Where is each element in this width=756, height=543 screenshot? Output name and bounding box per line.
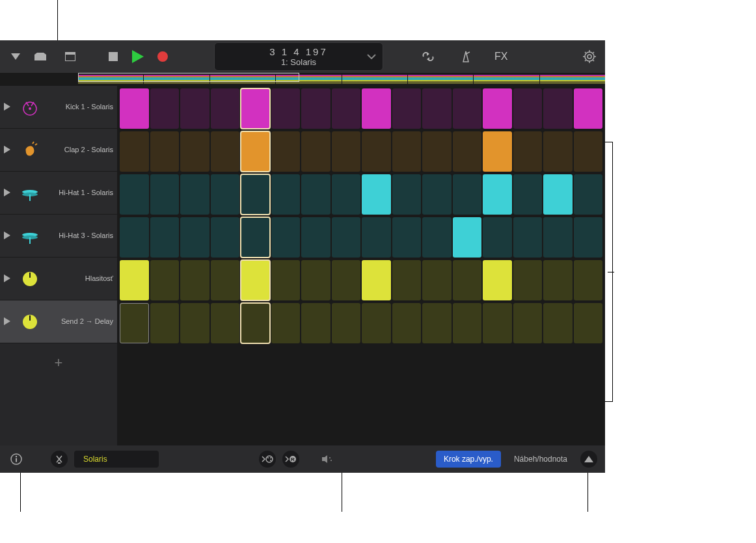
step-cell[interactable] xyxy=(453,88,482,129)
step-cell[interactable] xyxy=(301,88,331,129)
step-cell[interactable] xyxy=(180,174,209,215)
step-cell[interactable] xyxy=(211,131,240,172)
automation-button[interactable] xyxy=(51,451,68,468)
step-cell[interactable] xyxy=(241,174,270,215)
pattern-name-field[interactable]: Solaris xyxy=(74,451,159,468)
step-cell[interactable] xyxy=(453,260,482,300)
chevron-down-icon[interactable] xyxy=(367,52,376,61)
step-cell[interactable] xyxy=(150,303,180,343)
step-cell[interactable] xyxy=(483,217,512,258)
step-cell[interactable] xyxy=(362,303,391,343)
edit-mode-attack-value[interactable]: Nábeh/hodnota xyxy=(507,451,574,468)
step-cell[interactable] xyxy=(453,217,482,258)
track-play-icon[interactable] xyxy=(4,232,13,241)
step-cell[interactable] xyxy=(271,260,301,300)
step-cell[interactable] xyxy=(332,131,361,172)
step-cell[interactable] xyxy=(332,260,361,300)
step-cell[interactable] xyxy=(211,217,240,258)
step-cell[interactable] xyxy=(180,217,209,258)
step-cell[interactable] xyxy=(483,131,512,172)
step-cell[interactable] xyxy=(332,174,361,215)
collapse-button[interactable] xyxy=(580,451,597,468)
settings-button[interactable] xyxy=(580,47,599,66)
step-cell[interactable] xyxy=(211,260,240,300)
step-cell[interactable] xyxy=(150,131,180,172)
library-button[interactable] xyxy=(31,47,49,66)
step-cell[interactable] xyxy=(453,131,482,172)
cycle-button[interactable] xyxy=(419,47,437,66)
step-cell[interactable] xyxy=(574,131,603,172)
track-header[interactable]: Hi-Hat 1 - Solaris xyxy=(0,172,117,215)
step-cell[interactable] xyxy=(362,88,391,129)
track-play-icon[interactable] xyxy=(4,189,13,198)
view-menu-button[interactable] xyxy=(7,47,25,66)
step-cell[interactable] xyxy=(271,174,301,215)
step-cell[interactable] xyxy=(301,131,331,172)
step-cell[interactable] xyxy=(241,260,270,300)
step-cell[interactable] xyxy=(574,217,603,258)
step-cell[interactable] xyxy=(543,174,573,215)
step-cell[interactable] xyxy=(211,88,240,129)
step-cell[interactable] xyxy=(241,303,270,343)
palette-button[interactable] xyxy=(259,451,276,468)
step-cell[interactable] xyxy=(392,303,422,343)
step-cell[interactable] xyxy=(271,217,301,258)
step-cell[interactable] xyxy=(574,303,603,343)
stop-button[interactable] xyxy=(104,47,122,66)
step-cell[interactable] xyxy=(332,217,361,258)
step-cell[interactable] xyxy=(453,174,482,215)
step-cell[interactable] xyxy=(180,260,209,300)
track-play-icon[interactable] xyxy=(4,274,13,284)
overview-ruler[interactable] xyxy=(0,73,605,86)
lcd-display[interactable]: 3 1 4 197 1: Solaris xyxy=(214,42,383,71)
step-cell[interactable] xyxy=(392,174,422,215)
step-cell[interactable] xyxy=(120,131,149,172)
step-cell[interactable] xyxy=(543,303,573,343)
track-header[interactable]: Clap 2 - Solaris xyxy=(0,129,117,172)
step-cell[interactable] xyxy=(120,303,149,343)
step-cell[interactable] xyxy=(392,131,422,172)
add-track-button[interactable]: + xyxy=(0,343,117,382)
step-cell[interactable] xyxy=(120,174,149,215)
step-cell[interactable] xyxy=(574,260,603,300)
step-cell[interactable] xyxy=(180,88,209,129)
track-play-icon[interactable] xyxy=(4,317,13,326)
step-cell[interactable] xyxy=(271,88,301,129)
track-header[interactable]: Send 2 → Delay xyxy=(0,300,117,343)
metronome-button[interactable] xyxy=(457,47,475,66)
step-cell[interactable] xyxy=(513,217,543,258)
step-cell[interactable] xyxy=(362,260,391,300)
fx-button[interactable]: FX xyxy=(494,51,507,62)
step-cell[interactable] xyxy=(362,174,391,215)
step-cell[interactable] xyxy=(513,88,543,129)
step-cell[interactable] xyxy=(332,88,361,129)
step-cell[interactable] xyxy=(422,88,452,129)
info-button[interactable] xyxy=(8,451,25,468)
step-cell[interactable] xyxy=(513,174,543,215)
step-cell[interactable] xyxy=(422,303,452,343)
step-cell[interactable] xyxy=(392,88,422,129)
step-cell[interactable] xyxy=(543,88,573,129)
step-cell[interactable] xyxy=(150,88,180,129)
record-button[interactable] xyxy=(154,47,172,66)
track-play-icon[interactable] xyxy=(4,146,13,155)
step-cell[interactable] xyxy=(120,260,149,300)
randomize-button[interactable]: R xyxy=(282,451,299,468)
edit-mode-step-onoff[interactable]: Krok zap./vyp. xyxy=(436,451,501,468)
step-cell[interactable] xyxy=(241,131,270,172)
step-cell[interactable] xyxy=(422,260,452,300)
step-cell[interactable] xyxy=(150,217,180,258)
track-header[interactable]: Hi-Hat 3 - Solaris xyxy=(0,215,117,258)
step-cell[interactable] xyxy=(453,303,482,343)
step-cell[interactable] xyxy=(150,260,180,300)
step-cell[interactable] xyxy=(211,303,240,343)
step-cell[interactable] xyxy=(422,217,452,258)
step-cell[interactable] xyxy=(211,174,240,215)
step-cell[interactable] xyxy=(120,88,149,129)
step-cell[interactable] xyxy=(241,88,270,129)
step-cell[interactable] xyxy=(422,174,452,215)
step-cell[interactable] xyxy=(574,174,603,215)
step-cell[interactable] xyxy=(574,88,603,129)
window-button[interactable] xyxy=(61,47,79,66)
step-cell[interactable] xyxy=(301,217,331,258)
